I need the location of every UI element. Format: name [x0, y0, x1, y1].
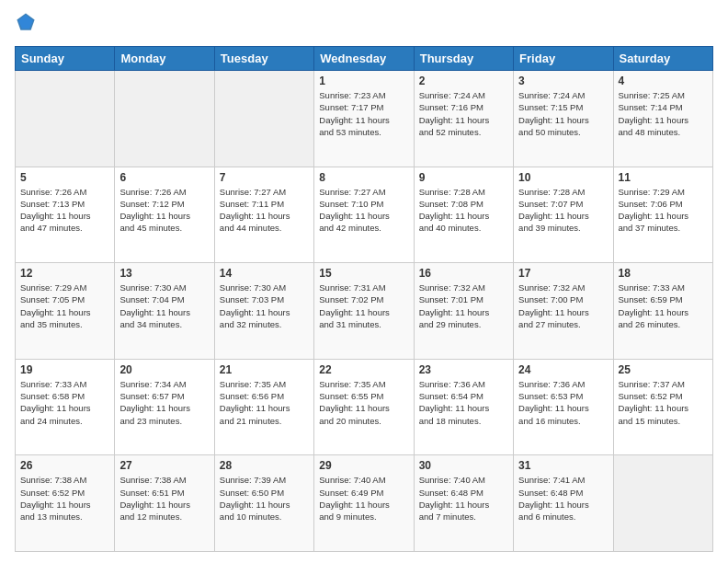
- calendar-cell: 31Sunrise: 7:41 AM Sunset: 6:48 PM Dayli…: [514, 455, 613, 552]
- day-info: Sunrise: 7:32 AM Sunset: 7:00 PM Dayligh…: [518, 282, 608, 330]
- calendar-cell: 7Sunrise: 7:27 AM Sunset: 7:11 PM Daylig…: [214, 167, 313, 263]
- day-info: Sunrise: 7:30 AM Sunset: 7:03 PM Dayligh…: [220, 282, 309, 330]
- day-info: Sunrise: 7:29 AM Sunset: 7:06 PM Dayligh…: [619, 186, 708, 235]
- day-number: 12: [20, 267, 109, 280]
- day-number: 14: [220, 267, 309, 280]
- calendar-cell: 13Sunrise: 7:30 AM Sunset: 7:04 PM Dayli…: [115, 263, 214, 360]
- day-number: 23: [419, 363, 508, 376]
- weekday-header-thursday: Thursday: [414, 47, 513, 71]
- calendar-cell: 4Sunrise: 7:25 AM Sunset: 7:14 PM Daylig…: [613, 71, 712, 167]
- day-info: Sunrise: 7:29 AM Sunset: 7:05 PM Dayligh…: [20, 282, 109, 330]
- calendar-cell: 5Sunrise: 7:26 AM Sunset: 7:13 PM Daylig…: [16, 167, 115, 263]
- day-number: 28: [220, 459, 309, 472]
- calendar-cell: 11Sunrise: 7:29 AM Sunset: 7:06 PM Dayli…: [613, 167, 712, 263]
- day-info: Sunrise: 7:33 AM Sunset: 6:59 PM Dayligh…: [619, 282, 708, 330]
- day-info: Sunrise: 7:39 AM Sunset: 6:50 PM Dayligh…: [220, 474, 309, 523]
- day-number: 25: [619, 363, 708, 376]
- day-info: Sunrise: 7:40 AM Sunset: 6:49 PM Dayligh…: [319, 474, 408, 523]
- day-number: 10: [518, 171, 608, 184]
- day-info: Sunrise: 7:24 AM Sunset: 7:15 PM Dayligh…: [518, 89, 608, 138]
- calendar-cell: 29Sunrise: 7:40 AM Sunset: 6:49 PM Dayli…: [314, 455, 414, 552]
- day-number: 30: [419, 459, 508, 472]
- day-info: Sunrise: 7:32 AM Sunset: 7:01 PM Dayligh…: [419, 282, 508, 330]
- weekday-header-tuesday: Tuesday: [214, 47, 313, 71]
- day-number: 26: [20, 459, 109, 472]
- weekday-header-row: SundayMondayTuesdayWednesdayThursdayFrid…: [16, 47, 713, 71]
- calendar-cell: 9Sunrise: 7:28 AM Sunset: 7:08 PM Daylig…: [414, 167, 513, 263]
- calendar-cell: [214, 71, 313, 167]
- calendar-cell: 14Sunrise: 7:30 AM Sunset: 7:03 PM Dayli…: [214, 263, 313, 360]
- page: SundayMondayTuesdayWednesdayThursdayFrid…: [0, 0, 728, 563]
- day-number: 4: [619, 75, 708, 87]
- day-info: Sunrise: 7:41 AM Sunset: 6:48 PM Dayligh…: [518, 474, 608, 523]
- weekday-header-sunday: Sunday: [16, 47, 115, 71]
- day-info: Sunrise: 7:24 AM Sunset: 7:16 PM Dayligh…: [419, 89, 508, 138]
- day-number: 8: [319, 171, 408, 184]
- weekday-header-monday: Monday: [115, 47, 214, 71]
- calendar-cell: [613, 455, 712, 552]
- day-info: Sunrise: 7:26 AM Sunset: 7:12 PM Dayligh…: [119, 186, 209, 235]
- day-info: Sunrise: 7:30 AM Sunset: 7:04 PM Dayligh…: [119, 282, 209, 330]
- day-info: Sunrise: 7:38 AM Sunset: 6:51 PM Dayligh…: [119, 474, 209, 523]
- week-row-1: 1Sunrise: 7:23 AM Sunset: 7:17 PM Daylig…: [16, 71, 713, 167]
- calendar-cell: 10Sunrise: 7:28 AM Sunset: 7:07 PM Dayli…: [514, 167, 613, 263]
- day-number: 18: [619, 267, 708, 280]
- week-row-2: 5Sunrise: 7:26 AM Sunset: 7:13 PM Daylig…: [16, 167, 713, 263]
- logo: [15, 11, 40, 37]
- day-number: 3: [518, 75, 608, 87]
- day-info: Sunrise: 7:27 AM Sunset: 7:10 PM Dayligh…: [319, 186, 408, 235]
- calendar-cell: 21Sunrise: 7:35 AM Sunset: 6:56 PM Dayli…: [214, 359, 313, 455]
- day-info: Sunrise: 7:27 AM Sunset: 7:11 PM Dayligh…: [220, 186, 309, 235]
- calendar-cell: 27Sunrise: 7:38 AM Sunset: 6:51 PM Dayli…: [115, 455, 214, 552]
- day-number: 13: [119, 267, 209, 280]
- calendar-cell: 3Sunrise: 7:24 AM Sunset: 7:15 PM Daylig…: [514, 71, 613, 167]
- day-number: 20: [119, 363, 209, 376]
- calendar-cell: 18Sunrise: 7:33 AM Sunset: 6:59 PM Dayli…: [613, 263, 712, 360]
- calendar-cell: 2Sunrise: 7:24 AM Sunset: 7:16 PM Daylig…: [414, 71, 513, 167]
- calendar-cell: 23Sunrise: 7:36 AM Sunset: 6:54 PM Dayli…: [414, 359, 513, 455]
- day-info: Sunrise: 7:25 AM Sunset: 7:14 PM Dayligh…: [619, 89, 708, 138]
- day-info: Sunrise: 7:36 AM Sunset: 6:53 PM Dayligh…: [518, 378, 608, 427]
- day-number: 21: [220, 363, 309, 376]
- calendar-cell: 19Sunrise: 7:33 AM Sunset: 6:58 PM Dayli…: [16, 359, 115, 455]
- day-info: Sunrise: 7:23 AM Sunset: 7:17 PM Dayligh…: [319, 89, 408, 138]
- day-number: 16: [419, 267, 508, 280]
- weekday-header-saturday: Saturday: [613, 47, 712, 71]
- calendar-cell: 28Sunrise: 7:39 AM Sunset: 6:50 PM Dayli…: [214, 455, 313, 552]
- day-info: Sunrise: 7:36 AM Sunset: 6:54 PM Dayligh…: [419, 378, 508, 427]
- day-info: Sunrise: 7:31 AM Sunset: 7:02 PM Dayligh…: [319, 282, 408, 330]
- calendar-cell: [16, 71, 115, 167]
- calendar-cell: 6Sunrise: 7:26 AM Sunset: 7:12 PM Daylig…: [115, 167, 214, 263]
- day-info: Sunrise: 7:28 AM Sunset: 7:07 PM Dayligh…: [518, 186, 608, 235]
- calendar-cell: 30Sunrise: 7:40 AM Sunset: 6:48 PM Dayli…: [414, 455, 513, 552]
- weekday-header-wednesday: Wednesday: [314, 47, 414, 71]
- day-number: 7: [220, 171, 309, 184]
- logo-icon: [15, 11, 37, 33]
- day-number: 29: [319, 459, 408, 472]
- day-info: Sunrise: 7:40 AM Sunset: 6:48 PM Dayligh…: [419, 474, 508, 523]
- weekday-header-friday: Friday: [514, 47, 613, 71]
- day-number: 6: [119, 171, 209, 184]
- calendar-cell: 20Sunrise: 7:34 AM Sunset: 6:57 PM Dayli…: [115, 359, 214, 455]
- week-row-5: 26Sunrise: 7:38 AM Sunset: 6:52 PM Dayli…: [16, 455, 713, 552]
- day-number: 5: [20, 171, 109, 184]
- day-number: 11: [619, 171, 708, 184]
- day-info: Sunrise: 7:34 AM Sunset: 6:57 PM Dayligh…: [119, 378, 209, 427]
- calendar-cell: 22Sunrise: 7:35 AM Sunset: 6:55 PM Dayli…: [314, 359, 414, 455]
- day-info: Sunrise: 7:38 AM Sunset: 6:52 PM Dayligh…: [20, 474, 109, 523]
- calendar-table: SundayMondayTuesdayWednesdayThursdayFrid…: [15, 46, 713, 552]
- day-number: 15: [319, 267, 408, 280]
- calendar-cell: 26Sunrise: 7:38 AM Sunset: 6:52 PM Dayli…: [16, 455, 115, 552]
- calendar-cell: 17Sunrise: 7:32 AM Sunset: 7:00 PM Dayli…: [514, 263, 613, 360]
- day-info: Sunrise: 7:35 AM Sunset: 6:56 PM Dayligh…: [220, 378, 309, 427]
- calendar-cell: 15Sunrise: 7:31 AM Sunset: 7:02 PM Dayli…: [314, 263, 414, 360]
- calendar-cell: 12Sunrise: 7:29 AM Sunset: 7:05 PM Dayli…: [16, 263, 115, 360]
- day-number: 2: [419, 75, 508, 87]
- day-number: 24: [518, 363, 608, 376]
- day-info: Sunrise: 7:28 AM Sunset: 7:08 PM Dayligh…: [419, 186, 508, 235]
- day-info: Sunrise: 7:37 AM Sunset: 6:52 PM Dayligh…: [619, 378, 708, 427]
- calendar-cell: 8Sunrise: 7:27 AM Sunset: 7:10 PM Daylig…: [314, 167, 414, 263]
- day-number: 9: [419, 171, 508, 184]
- day-number: 19: [20, 363, 109, 376]
- day-number: 27: [119, 459, 209, 472]
